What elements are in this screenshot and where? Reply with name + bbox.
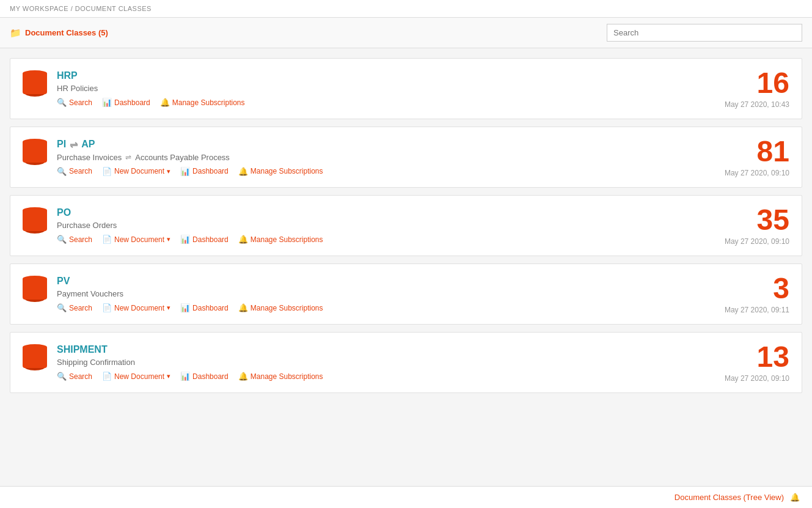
new-doc-link-shipment[interactable]: 📄 New Document ▾ [102,372,170,381]
svg-point-8 [24,148,46,156]
search-label-pi-ap: Search [69,167,92,175]
new-doc-icon-pv: 📄 [102,303,112,312]
svg-point-19 [24,276,46,285]
subscriptions-link-pi-ap[interactable]: 🔔 Manage Subscriptions [238,167,323,176]
search-link-pv[interactable]: 🔍 Search [57,303,92,312]
dashboard-link-hrp[interactable]: 📊 Dashboard [102,98,150,107]
card-title-text-shipment: SHIPMENT [57,344,108,355]
search-link-shipment[interactable]: 🔍 Search [57,372,92,381]
search-label-shipment: Search [69,372,92,381]
card-subtitle-pv: Payment Vouchers [57,289,323,298]
card-actions-po: 🔍 Search 📄 New Document ▾ 📊 Dashboard 🔔 [57,235,323,244]
new-doc-link-pv[interactable]: 📄 New Document ▾ [102,303,170,312]
database-icon-pv [23,276,47,303]
card-title-text-po: PO [57,207,71,218]
card-left-po: PO Purchase Orders 🔍 Search 📄 New Docume… [23,207,323,244]
card-subtitle-shipment: Shipping Confirmation [57,358,323,367]
header-title: 📁 Document Classes (5) [10,28,108,39]
database-icon-shipment [23,344,47,371]
bell-icon-po: 🔔 [238,235,248,244]
card-title-pv: PV [57,276,323,287]
svg-point-15 [24,276,46,285]
subscriptions-link-pv[interactable]: 🔔 Manage Subscriptions [238,303,323,312]
chevron-pv: ▾ [167,304,170,312]
subscriptions-link-hrp[interactable]: 🔔 Manage Subscriptions [160,98,245,107]
card-right-hrp: 16 May 27 2020, 10:43 [725,68,789,109]
new-doc-icon-shipment: 📄 [102,372,112,381]
bell-icon-hrp: 🔔 [160,98,170,107]
new-doc-icon-pi-ap: 📄 [102,167,112,176]
svg-point-18 [24,285,46,293]
card-title-ap: AP [81,139,95,150]
subscriptions-label-pi-ap: Manage Subscriptions [251,167,323,175]
search-label-po: Search [69,235,92,244]
search-link-po[interactable]: 🔍 Search [57,235,92,244]
card-right-shipment: 13 May 27 2020, 09:10 [725,342,789,383]
svg-point-7 [24,156,46,165]
card-count-pv: 3 [725,274,789,303]
card-subtitle-text-hrp: HR Policies [57,84,98,93]
subscriptions-link-po[interactable]: 🔔 Manage Subscriptions [238,235,323,244]
chevron-shipment: ▾ [167,372,170,380]
search-link-hrp[interactable]: 🔍 Search [57,98,92,107]
card-count-shipment: 13 [725,342,789,372]
card-right-pv: 3 May 27 2020, 09:11 [725,274,789,314]
new-doc-link-po[interactable]: 📄 New Document ▾ [102,235,170,244]
svg-point-22 [24,362,46,370]
card-left-pv: PV Payment Vouchers 🔍 Search 📄 New Docum… [23,276,323,312]
svg-rect-16 [24,281,46,298]
chevron-pi-ap: ▾ [167,167,170,175]
card-actions-hrp: 🔍 Search 📊 Dashboard 🔔 Manage Subscripti… [57,98,244,107]
card-title-shipment: SHIPMENT [57,344,323,355]
bell-icon-pi-ap: 🔔 [238,167,248,176]
search-label-pv: Search [69,304,92,312]
header-title-text: Document Classes (5) [25,28,108,37]
search-icon-po: 🔍 [57,235,67,244]
search-icon-hrp: 🔍 [57,98,67,107]
card-subtitle-pi-ap: Purchase Invoices ⇌ Accounts Payable Pro… [57,153,323,162]
search-input[interactable] [607,24,802,42]
card-date-shipment: May 27 2020, 09:10 [725,374,789,383]
card-info-shipment: SHIPMENT Shipping Confirmation 🔍 Search … [57,344,323,381]
dashboard-icon-hrp: 📊 [102,98,112,107]
db-svg-po [23,207,47,234]
search-label-hrp: Search [69,98,92,107]
svg-point-0 [24,71,46,79]
dashboard-link-pi-ap[interactable]: 📊 Dashboard [180,167,229,176]
card-subtitle-text-pi: Purchase Invoices [57,153,122,162]
class-card-hrp: HRP HR Policies 🔍 Search 📊 Dashboard [10,58,802,119]
svg-rect-6 [24,144,46,161]
card-date-hrp: May 27 2020, 10:43 [725,100,789,109]
subscriptions-label-shipment: Manage Subscriptions [251,372,323,381]
svg-point-3 [24,79,46,88]
subscriptions-link-shipment[interactable]: 🔔 Manage Subscriptions [238,372,323,381]
svg-point-4 [24,71,46,79]
card-date-pi-ap: May 27 2020, 09:10 [725,169,789,177]
svg-rect-1 [24,75,46,92]
dashboard-icon-po: 📊 [180,235,190,244]
card-subtitle-hrp: HR Policies [57,84,244,93]
svg-rect-21 [24,349,46,366]
search-link-pi-ap[interactable]: 🔍 Search [57,167,92,176]
svg-point-23 [24,353,46,362]
database-icon-pi-ap [23,139,47,166]
dashboard-icon-pv: 📊 [180,303,190,312]
card-title-text-pv: PV [57,276,70,287]
card-actions-pi-ap: 🔍 Search 📄 New Document ▾ 📊 Dashboard 🔔 [57,167,323,176]
svg-point-10 [24,208,46,216]
search-icon-pi-ap: 🔍 [57,167,67,176]
new-doc-link-pi-ap[interactable]: 📄 New Document ▾ [102,167,170,176]
dashboard-link-shipment[interactable]: 📊 Dashboard [180,372,229,381]
card-title-pi: PI [57,139,66,150]
card-info-pv: PV Payment Vouchers 🔍 Search 📄 New Docum… [57,276,323,312]
db-svg-pi [23,139,47,166]
card-title-pi-ap: PI ⇌ AP [57,139,323,150]
dashboard-link-po[interactable]: 📊 Dashboard [180,235,229,244]
svg-point-17 [24,293,46,302]
card-right-pi-ap: 81 May 27 2020, 09:10 [725,137,789,177]
dashboard-link-pv[interactable]: 📊 Dashboard [180,303,229,312]
card-right-po: 35 May 27 2020, 09:10 [725,205,789,246]
card-left-shipment: SHIPMENT Shipping Confirmation 🔍 Search … [23,344,323,381]
class-card-pi-ap: PI ⇌ AP Purchase Invoices ⇌ Accounts Pay… [10,127,802,188]
dashboard-label-shipment: Dashboard [192,372,229,381]
